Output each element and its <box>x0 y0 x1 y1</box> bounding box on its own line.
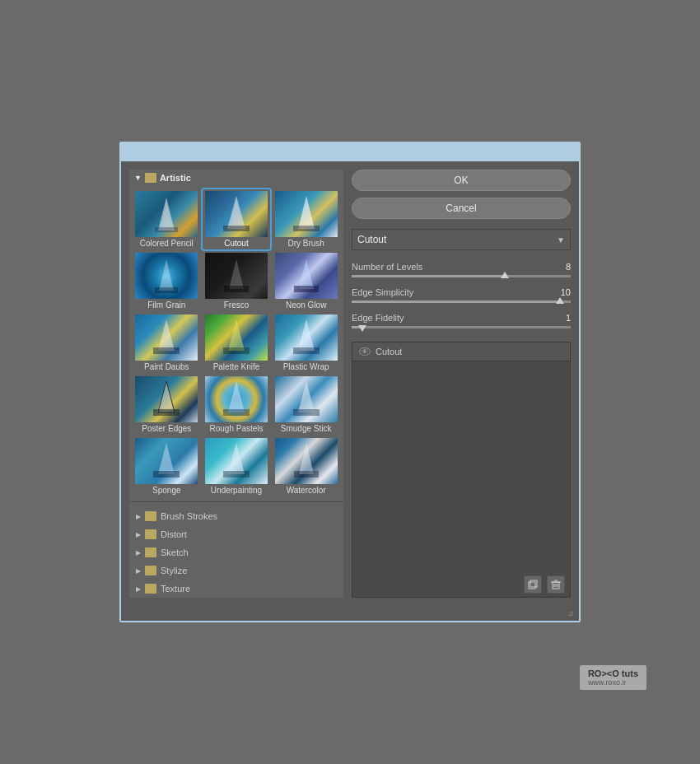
filter-item-smudge-stick[interactable]: Smudge Stick <box>272 375 340 435</box>
filter-gallery-dialog: ▼ Artistic Colored Pencil <box>119 142 581 622</box>
filter-item-paint-daubs[interactable]: Paint Daubs <box>133 313 201 373</box>
filter-item-poster-edges[interactable]: Poster Edges <box>133 375 201 435</box>
svg-rect-2 <box>155 227 178 232</box>
texture-folder-icon <box>145 584 156 594</box>
svg-rect-23 <box>223 409 250 416</box>
artistic-collapse-icon: ▼ <box>134 174 142 182</box>
svg-marker-28 <box>228 443 245 474</box>
svg-marker-22 <box>228 381 245 412</box>
filter-thumb-palette-knife <box>205 314 268 361</box>
param-slider-thumb-2 <box>556 297 564 304</box>
filter-select-arrow-icon: ▼ <box>557 235 565 245</box>
svg-rect-15 <box>153 347 180 354</box>
left-panel: ▼ Artistic Colored Pencil <box>129 170 343 598</box>
category-list: ▶ Brush Strokes ▶ Distort ▶ Sketch ▶ <box>129 507 343 598</box>
brush-strokes-label: Brush Strokes <box>161 511 217 521</box>
filter-label-colored-pencil: Colored Pencil <box>140 239 194 248</box>
resize-handle-icon[interactable]: ⊿ <box>567 609 576 617</box>
param-value-number-of-levels: 8 <box>566 262 571 272</box>
brush-strokes-arrow-icon: ▶ <box>136 513 141 520</box>
filter-item-sponge[interactable]: Sponge <box>133 436 201 496</box>
filter-item-fresco[interactable]: Fresco <box>203 251 271 311</box>
filter-item-plastic-wrap[interactable]: Plastic Wrap <box>272 313 340 373</box>
category-brush-strokes[interactable]: ▶ Brush Strokes <box>129 507 343 525</box>
svg-rect-11 <box>224 286 249 292</box>
svg-marker-8 <box>159 259 174 291</box>
artistic-folder-icon <box>145 173 156 183</box>
sketch-label: Sketch <box>161 547 189 557</box>
param-slider-thumb-1 <box>501 272 509 278</box>
svg-marker-6 <box>298 196 315 229</box>
filter-item-watercolor[interactable]: Watercolor <box>272 436 340 496</box>
new-layer-button[interactable] <box>524 575 542 594</box>
param-value-edge-simplicity: 10 <box>561 287 571 297</box>
filter-item-neon-glow[interactable]: Neon Glow <box>272 251 340 311</box>
param-label-edge-fidelity: Edge Fidelity <box>352 313 404 323</box>
filter-thumb-sponge <box>135 438 198 484</box>
filter-label-paint-daubs: Paint Daubs <box>144 362 189 371</box>
filter-item-dry-brush[interactable]: Dry Brush <box>272 189 340 249</box>
watermark-brand: RO><O tuts <box>588 668 638 678</box>
param-slider-edge-simplicity[interactable] <box>352 300 571 303</box>
stylize-arrow-icon: ▶ <box>136 567 141 575</box>
param-value-edge-fidelity: 1 <box>566 313 571 323</box>
svg-rect-33 <box>530 580 537 587</box>
eye-icon[interactable]: 👁 <box>359 347 371 356</box>
filter-label-fresco: Fresco <box>224 300 250 310</box>
filter-label-film-grain: Film Grain <box>147 300 185 310</box>
ok-button[interactable]: OK <box>352 170 571 191</box>
title-bar <box>121 143 579 161</box>
param-label-edge-simplicity: Edge Simplicity <box>352 287 413 297</box>
filter-thumb-plastic-wrap <box>275 314 338 361</box>
filter-label-cutout: Cutout <box>224 239 248 248</box>
filter-item-palette-knife[interactable]: Palette Knife <box>203 313 271 373</box>
new-layer-icon <box>527 579 539 590</box>
param-slider-fill-1 <box>352 275 505 277</box>
filter-item-rough-pastels[interactable]: Rough Pastels <box>203 375 271 435</box>
filter-label-rough-pastels: Rough Pastels <box>209 424 263 433</box>
filter-thumb-neon-glow <box>275 253 338 299</box>
svg-rect-31 <box>294 471 319 478</box>
texture-arrow-icon: ▶ <box>136 585 141 593</box>
param-slider-number-of-levels[interactable] <box>352 275 571 277</box>
filter-label-neon-glow: Neon Glow <box>286 300 326 310</box>
distort-folder-icon <box>145 529 156 539</box>
cancel-button[interactable]: Cancel <box>352 198 571 219</box>
filter-item-cutout[interactable]: Cutout <box>203 189 271 249</box>
right-panel: OK Cancel Cutout ▼ Number of Levels 8 <box>352 170 571 598</box>
filter-thumb-film-grain <box>135 253 198 299</box>
texture-label: Texture <box>161 584 190 594</box>
category-sketch[interactable]: ▶ Sketch <box>129 543 343 561</box>
artistic-category-header[interactable]: ▼ Artistic <box>129 170 343 186</box>
distort-label: Distort <box>161 529 187 539</box>
svg-marker-16 <box>228 319 245 351</box>
filter-item-film-grain[interactable]: Film Grain <box>133 251 201 311</box>
filter-thumb-paint-daubs <box>135 314 198 361</box>
param-slider-edge-fidelity[interactable] <box>352 326 571 328</box>
delete-layer-button[interactable] <box>547 575 565 594</box>
svg-rect-27 <box>153 471 180 478</box>
category-distort[interactable]: ▶ Distort <box>129 525 343 543</box>
trash-icon <box>550 579 562 590</box>
param-slider-fill-2 <box>352 300 560 303</box>
category-stylize[interactable]: ▶ Stylize <box>129 561 343 580</box>
watermark: RO><O tuts www.roxo.ir <box>580 665 646 690</box>
svg-marker-18 <box>298 319 315 351</box>
sketch-arrow-icon: ▶ <box>136 549 141 557</box>
filter-item-underpainting[interactable]: Underpainting <box>203 436 271 496</box>
svg-rect-21 <box>153 409 180 416</box>
filter-thumb-poster-edges <box>135 376 198 422</box>
params-section: Number of Levels 8 Edge Simplicity 10 <box>352 257 571 335</box>
svg-rect-13 <box>294 286 319 292</box>
artistic-label: Artistic <box>160 173 191 183</box>
stylize-label: Stylize <box>161 566 187 575</box>
category-texture[interactable]: ▶ Texture <box>129 580 343 598</box>
layer-row-cutout[interactable]: 👁 Cutout <box>352 342 570 361</box>
layers-empty-area <box>352 361 570 572</box>
filter-select-row: Cutout ▼ <box>352 229 571 250</box>
svg-rect-19 <box>293 347 320 354</box>
filter-select-value[interactable]: Cutout <box>357 234 557 245</box>
filter-item-colored-pencil[interactable]: Colored Pencil <box>133 189 201 249</box>
filter-thumb-fresco <box>205 253 268 299</box>
layer-actions <box>352 572 570 597</box>
